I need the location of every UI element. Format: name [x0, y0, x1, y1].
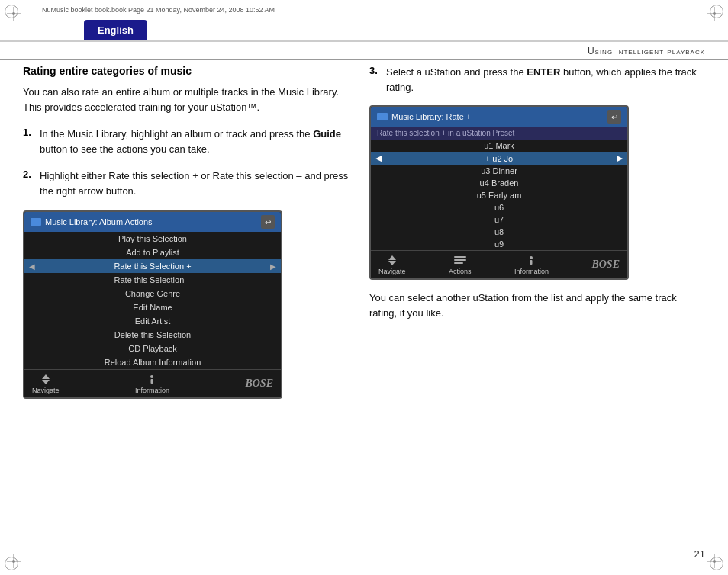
bose-logo-screen2: BOSE — [591, 259, 620, 271]
step-2-number: 2. — [23, 169, 40, 180]
info-button: Information — [135, 373, 169, 394]
right-column: 3. Select a uStation and press the ENTER… — [369, 65, 705, 320]
screen2-item-7: u8 — [371, 226, 627, 238]
screen2-info-button: Information — [514, 254, 549, 275]
header-divider — [0, 59, 728, 60]
svg-point-2 — [150, 375, 153, 378]
file-path: NuMusic booklet book.book Page 21 Monday… — [42, 6, 275, 14]
screen1-item-2-selected: ◀ Rate this Selection + ▶ — [24, 259, 281, 273]
corner-decoration-br — [710, 557, 723, 570]
screen2-item-1-selected: ◀ + u2 Jo ▶ — [371, 152, 627, 165]
main-content: Rating entire categories of music You ca… — [23, 65, 705, 552]
step-2-block: 2. Highlight either Rate this selection … — [23, 169, 359, 198]
screen2-item-1-label: + u2 Jo — [485, 154, 513, 163]
screen1-header: Music Library: Album Actions ↩ — [24, 212, 281, 232]
step-2-text: Highlight either Rate this selection + o… — [40, 169, 359, 198]
svg-marker-1 — [42, 380, 50, 384]
screen2-info-label: Information — [514, 268, 549, 275]
screen2-footer: Navigate Actions Information — [371, 250, 627, 278]
screen2-item-4: u5 Early am — [371, 189, 627, 201]
screen1-item-2-label: Rate this Selection + — [114, 262, 191, 271]
page-section-title: Using intelligent playback — [588, 46, 705, 56]
step-1-number: 1. — [23, 127, 40, 138]
screen2-navigate-label: Navigate — [378, 268, 406, 275]
screen1-item-3: Rate this Selection – — [24, 273, 281, 287]
screen1-item-4: Change Genre — [24, 287, 281, 300]
screen2-item-2: u3 Dinner — [371, 165, 627, 177]
screen1-item-0: Play this Selection — [24, 232, 281, 246]
top-bar: NuMusic booklet book.book Page 21 Monday… — [0, 0, 728, 42]
svg-rect-8 — [454, 262, 463, 264]
screen1-footer: Navigate Information BOSE — [24, 369, 281, 397]
section-title-text: Using intelligent playback — [588, 46, 705, 56]
step-1-block: 1. In the Music Library, highlight an al… — [23, 127, 359, 156]
screen1-back-icon: ↩ — [261, 215, 275, 229]
svg-rect-10 — [530, 260, 533, 265]
screen2-subheader: Rate this selection + in a uStation Pres… — [371, 127, 627, 140]
svg-rect-6 — [454, 256, 466, 258]
arrow-left-icon: ◀ — [29, 262, 35, 271]
svg-rect-7 — [454, 259, 466, 261]
language-tab: English — [84, 20, 147, 40]
screen2-music-icon — [377, 113, 388, 120]
section-intro: You can also rate an entire album or mul… — [23, 85, 359, 114]
svg-marker-5 — [388, 261, 396, 265]
svg-marker-4 — [388, 255, 396, 260]
screen2-guide-button: Actions — [449, 254, 472, 275]
screen2-guide-label: Actions — [449, 268, 472, 275]
screen2-item-0: u1 Mark — [371, 140, 627, 152]
screen2-item-3: u4 Braden — [371, 177, 627, 189]
screen1-item-1: Add to Playlist — [24, 246, 281, 259]
svg-point-9 — [530, 256, 533, 259]
svg-rect-3 — [151, 379, 153, 384]
screen2-arrow-left: ◀ — [375, 153, 382, 163]
svg-marker-0 — [42, 374, 50, 379]
screen2-back-icon: ↩ — [607, 110, 621, 124]
screen1-title: Music Library: Album Actions — [45, 217, 153, 226]
bose-logo-screen1: BOSE — [245, 377, 273, 390]
screen1-item-7: Delete this Selection — [24, 328, 281, 342]
screen1-item-8: CD Playback — [24, 342, 281, 355]
screen1-music-icon — [31, 218, 41, 226]
screen1-item-5: Edit Name — [24, 300, 281, 314]
screen2-info-icon — [523, 254, 539, 266]
screen2-item-6: u7 — [371, 214, 627, 226]
navigate-button: Navigate — [32, 373, 60, 394]
screen2-guide-icon — [453, 254, 468, 266]
navigate-label: Navigate — [32, 387, 60, 394]
screen2-navigate-button: Navigate — [378, 254, 406, 275]
screen1-item-6: Edit Artist — [24, 314, 281, 328]
page-number: 21 — [694, 548, 705, 560]
left-column: Rating entire categories of music You ca… — [23, 65, 359, 399]
screen2-arrow-right: ▶ — [617, 153, 623, 163]
info-icon — [144, 373, 159, 385]
navigate-icon — [38, 373, 53, 385]
album-actions-screen: Music Library: Album Actions ↩ Play this… — [23, 210, 282, 399]
info-label: Information — [135, 387, 169, 394]
step-1-text: In the Music Library, highlight an album… — [40, 127, 359, 156]
screen2-header: Music Library: Rate + ↩ — [371, 107, 627, 127]
screen2-title: Music Library: Rate + — [391, 112, 471, 121]
post-screen-text: You can select another uStation from the… — [369, 291, 705, 320]
screen2-item-8: u9 — [371, 238, 627, 250]
step-3-block: 3. Select a uStation and press the ENTER… — [369, 65, 705, 95]
step-3-text: Select a uStation and press the ENTER bu… — [386, 65, 705, 95]
screen1-item-9: Reload Album Information — [24, 355, 281, 369]
section-heading: Rating entire categories of music — [23, 65, 359, 77]
arrow-right-icon: ▶ — [270, 262, 276, 271]
rate-screen: Music Library: Rate + ↩ Rate this select… — [369, 105, 629, 280]
corner-decoration-bl — [5, 557, 18, 570]
screen2-navigate-icon — [385, 254, 400, 266]
step-3-number: 3. — [369, 65, 386, 76]
screen2-item-5: u6 — [371, 201, 627, 214]
